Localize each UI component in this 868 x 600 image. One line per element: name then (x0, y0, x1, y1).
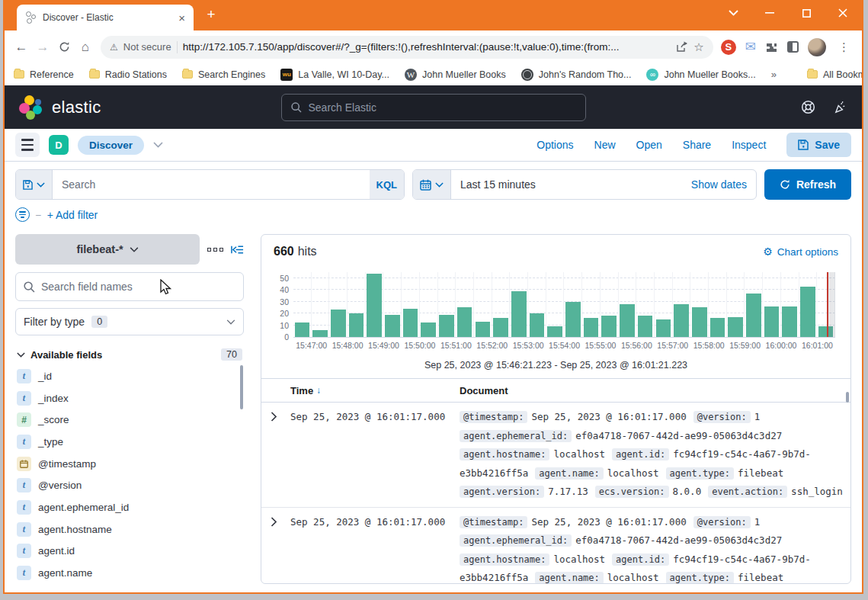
maximize-button[interactable] (793, 3, 819, 23)
field-item[interactable]: #_score (15, 409, 236, 431)
chart-bar[interactable] (476, 322, 491, 337)
breadcrumb[interactable]: Discover (78, 136, 144, 155)
new-tab-button[interactable]: + (201, 5, 221, 24)
chart-bar-slot[interactable] (690, 272, 709, 337)
field-item[interactable]: tagent.hostname (15, 518, 236, 541)
field-search-box[interactable] (15, 272, 244, 301)
field-item[interactable]: t_index (15, 387, 236, 409)
chart-bar-slot[interactable] (474, 272, 492, 337)
not-secure-warning-icon[interactable]: ⚠ (110, 42, 118, 53)
chart-bar-slot[interactable] (727, 272, 745, 337)
nav-menu-icon[interactable] (15, 133, 40, 157)
chart-bar[interactable] (584, 318, 599, 337)
show-dates-button[interactable]: Show dates (682, 170, 756, 199)
chart-bar-slot[interactable] (636, 272, 655, 337)
chart-bar[interactable] (565, 302, 581, 337)
browser-menu-icon[interactable]: ⋮ (835, 40, 853, 54)
histogram-chart[interactable]: 01020304050 (269, 272, 835, 338)
home-button[interactable]: ⌂ (75, 37, 96, 58)
nav-link-share[interactable]: Share (683, 139, 711, 151)
chart-bar[interactable] (439, 315, 454, 337)
bookmark-item[interactable]: wuLa Valle, WI 10-Day... (280, 69, 389, 81)
bookmark-item[interactable]: Radio Stations (89, 69, 167, 80)
elastic-logo-icon[interactable] (18, 95, 44, 120)
space-badge[interactable]: D (49, 135, 69, 155)
bookmark-item[interactable]: John's Random Tho... (521, 69, 632, 81)
side-panel-icon[interactable] (787, 41, 799, 53)
chart-bar-slot[interactable] (402, 272, 420, 337)
bookmark-star-icon[interactable]: ☆ (693, 40, 703, 54)
time-column-header[interactable]: Time ↓ (290, 385, 460, 396)
chart-bar[interactable] (728, 317, 743, 337)
field-item[interactable]: t@version (15, 474, 236, 496)
chart-bar[interactable] (764, 306, 780, 337)
minimize-button[interactable] (757, 3, 783, 23)
chart-bar[interactable] (421, 322, 436, 337)
collapse-sidebar-icon[interactable] (231, 245, 244, 255)
close-button[interactable] (830, 3, 856, 23)
chart-bar-slot[interactable] (601, 272, 619, 337)
sort-descending-icon[interactable]: ↓ (316, 385, 321, 396)
chart-bar-slot[interactable] (528, 272, 546, 337)
chart-bar[interactable] (710, 318, 725, 337)
table-row[interactable]: Sep 25, 2023 @ 16:01:17.000@timestamp:Se… (261, 403, 850, 508)
results-scrollbar[interactable] (846, 392, 849, 403)
chart-bar[interactable] (800, 287, 815, 337)
chart-bar-slot[interactable] (348, 272, 366, 337)
global-search[interactable] (281, 94, 586, 121)
chart-options-button[interactable]: ⚙ Chart options (763, 245, 838, 258)
chart-bar-slot[interactable] (438, 272, 456, 337)
nav-link-inspect[interactable]: Inspect (732, 139, 766, 151)
search-query-input[interactable] (53, 170, 370, 199)
chart-bar-slot[interactable] (655, 272, 673, 337)
chart-bar[interactable] (385, 315, 400, 337)
save-button[interactable]: Save (786, 133, 851, 157)
field-item[interactable]: t_type (15, 431, 236, 453)
breadcrumb-chevron-icon[interactable] (153, 142, 163, 148)
chart-bar[interactable] (530, 313, 545, 337)
chart-bar-slot[interactable] (709, 272, 727, 337)
available-fields-header[interactable]: Available fields 70 (15, 348, 244, 365)
field-item[interactable]: t_id (15, 365, 236, 387)
query-language-button[interactable]: KQL (370, 170, 404, 199)
chart-plot-area[interactable]: 01020304050 (293, 272, 835, 338)
address-bar[interactable]: ⚠ Not secure http://172.105.7.150/app/di… (101, 36, 713, 59)
nav-link-options[interactable]: Options (536, 139, 573, 151)
chart-bar-slot[interactable] (781, 272, 799, 337)
chart-bar-slot[interactable] (619, 272, 637, 337)
chart-bar[interactable] (367, 274, 382, 337)
refresh-button[interactable]: Refresh (764, 169, 851, 200)
chart-bar[interactable] (457, 307, 472, 337)
tab-close-icon[interactable]: × (176, 12, 187, 24)
chart-bar-slot[interactable] (312, 272, 330, 337)
chart-bar-slot[interactable] (329, 272, 348, 337)
chart-bar-slot[interactable] (546, 272, 565, 337)
bookmark-item[interactable]: WJohn Mueller Books (405, 69, 506, 81)
filter-menu-icon[interactable] (15, 207, 30, 222)
chart-bar-slot[interactable] (293, 272, 312, 337)
chart-bar[interactable] (331, 310, 346, 337)
extension-s-icon[interactable]: S (721, 40, 736, 55)
chart-bar-slot[interactable] (582, 272, 601, 337)
chart-bar-slot[interactable] (492, 272, 511, 337)
field-item[interactable]: tagent.id (15, 541, 236, 563)
help-icon[interactable] (801, 100, 815, 114)
index-pattern-select[interactable]: filebeat-* (15, 234, 200, 265)
chart-bar[interactable] (349, 313, 364, 337)
reload-button[interactable] (53, 37, 75, 58)
url-text[interactable]: http://172.105.7.150/app/discover#/?_g=(… (183, 41, 671, 53)
all-bookmarks-button[interactable]: All Bookmarks (807, 69, 863, 80)
nav-link-new[interactable]: New (594, 139, 616, 151)
chart-bar[interactable] (782, 306, 797, 337)
field-search-input[interactable] (41, 281, 235, 293)
table-row[interactable]: Sep 25, 2023 @ 16:01:17.000@timestamp:Se… (261, 508, 850, 584)
chart-bar-slot[interactable] (384, 272, 402, 337)
bookmark-item[interactable]: Reference (14, 69, 74, 80)
expand-row-icon[interactable] (271, 408, 290, 502)
date-quick-menu-button[interactable] (413, 170, 451, 199)
chart-bar[interactable] (638, 316, 653, 337)
add-filter-button[interactable]: + Add filter (47, 209, 98, 221)
expand-row-icon[interactable] (271, 513, 290, 584)
extensions-puzzle-icon[interactable] (765, 40, 778, 53)
news-icon[interactable] (834, 100, 848, 114)
